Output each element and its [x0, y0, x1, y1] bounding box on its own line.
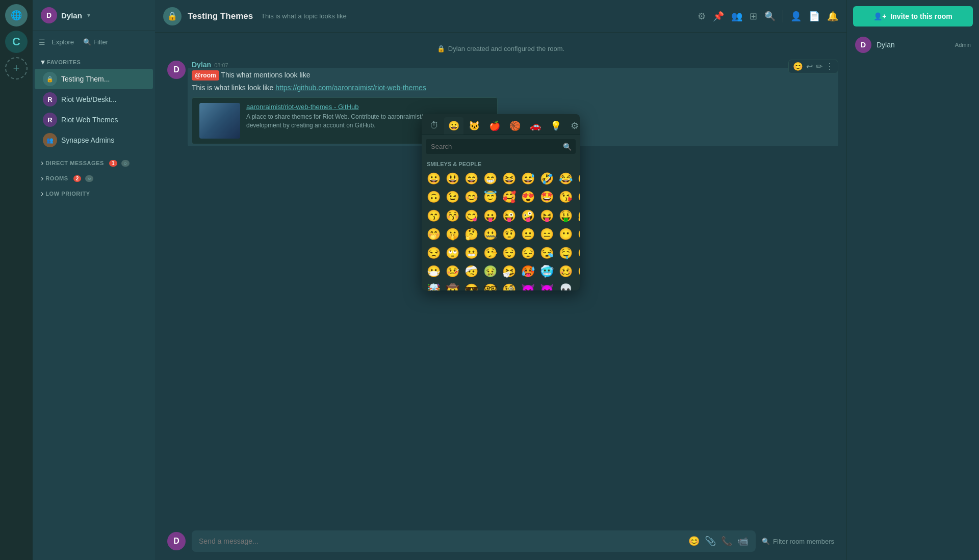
emoji-reaction-icon[interactable]: 😊 [793, 62, 803, 71]
emoji-😴[interactable]: 😴 [576, 245, 580, 262]
emoji-🤔[interactable]: 🤔 [462, 226, 480, 243]
emoji-🙂[interactable]: 🙂 [576, 170, 580, 188]
emoji-😅[interactable]: 😅 [519, 170, 537, 188]
emoji-😑[interactable]: 😑 [538, 226, 556, 243]
emoji-tab-smileys[interactable]: 😀 [444, 117, 463, 135]
emoji-💀[interactable]: 💀 [557, 281, 575, 290]
server-icon-c[interactable]: C [5, 31, 28, 53]
emoji-☠[interactable]: ☠ [576, 281, 580, 290]
emoji-😄[interactable]: 😄 [462, 170, 480, 188]
message-input[interactable] [199, 537, 683, 545]
video-icon[interactable]: 📹 [737, 536, 749, 547]
emoji-😊[interactable]: 😊 [462, 189, 480, 206]
more-icon[interactable]: ⋮ [826, 62, 834, 71]
search-icon[interactable]: 🔍 [764, 11, 776, 22]
rooms-section-header[interactable]: › ROOMS 2 ○ [33, 170, 155, 185]
emoji-tab-food[interactable]: 🍎 [485, 117, 504, 135]
emoji-🤒[interactable]: 🤒 [444, 263, 461, 280]
emoji-😪[interactable]: 😪 [538, 245, 556, 262]
emoji-🤭[interactable]: 🤭 [425, 226, 443, 243]
emoji-tab-travel[interactable]: 🚗 [526, 117, 545, 135]
notification-icon[interactable]: 🔔 [827, 11, 838, 22]
emoji-tab-recent[interactable]: ⏱ [426, 117, 443, 135]
emoji-😂[interactable]: 😂 [557, 170, 575, 188]
low-priority-section-header[interactable]: › LOW PRIORITY [33, 185, 155, 200]
attach-icon[interactable]: 📎 [705, 536, 716, 547]
emoji-😷[interactable]: 😷 [425, 263, 443, 280]
emoji-🤓[interactable]: 🤓 [481, 281, 499, 290]
grid-icon[interactable]: ⊞ [750, 11, 757, 22]
emoji-🤥[interactable]: 🤥 [481, 245, 499, 262]
emoji-😃[interactable]: 😃 [444, 170, 461, 188]
emoji-🤯[interactable]: 🤯 [425, 281, 443, 290]
emoji-tab-symbols[interactable]: ⚙ [566, 117, 580, 135]
reply-icon[interactable]: ↩ [806, 62, 813, 71]
direct-messages-section-header[interactable]: › DIRECT MESSAGES 1 ○ [33, 154, 155, 170]
emoji-😌[interactable]: 😌 [500, 245, 518, 262]
room-item-synapse-admins[interactable]: 👥 Synapse Admins [35, 130, 153, 150]
emoji-🤕[interactable]: 🤕 [462, 263, 480, 280]
room-item-riot-web-themes[interactable]: R Riot Web Themes [35, 110, 153, 130]
add-server-button[interactable]: + [5, 57, 28, 79]
emoji-tab-objects[interactable]: 💡 [546, 117, 565, 135]
emoji-😶[interactable]: 😶 [557, 226, 575, 243]
members-icon[interactable]: 👥 [731, 11, 742, 22]
explore-button[interactable]: Explore [48, 36, 77, 48]
emoji-😏[interactable]: 😏 [576, 226, 580, 243]
emoji-😜[interactable]: 😜 [500, 207, 518, 225]
emoji-🤪[interactable]: 🤪 [519, 207, 537, 225]
emoji-😎[interactable]: 😎 [462, 281, 480, 290]
emoji-😋[interactable]: 😋 [462, 207, 480, 225]
emoji-😙[interactable]: 😙 [425, 207, 443, 225]
emoji-🤑[interactable]: 🤑 [557, 207, 575, 225]
emoji-🧐[interactable]: 🧐 [500, 281, 518, 290]
room-item-riot-desktop[interactable]: R Riot Web/Deskt... [35, 89, 153, 110]
emoji-🤩[interactable]: 🤩 [538, 189, 556, 206]
emoji-😛[interactable]: 😛 [481, 207, 499, 225]
emoji-😬[interactable]: 😬 [462, 245, 480, 262]
emoji-👿[interactable]: 👿 [538, 281, 556, 290]
emoji-🙄[interactable]: 🙄 [444, 245, 461, 262]
emoji-🤠[interactable]: 🤠 [444, 281, 461, 290]
call-icon[interactable]: 📞 [721, 536, 732, 547]
favorites-section-header[interactable]: ▾ FAVORITES [33, 53, 155, 69]
user-menu-chevron[interactable]: ▾ [87, 12, 90, 19]
emoji-😈[interactable]: 😈 [519, 281, 537, 290]
room-item-testing-themes[interactable]: 🔒 Testing Them... [35, 69, 153, 89]
emoji-tab-animals[interactable]: 🐱 [465, 117, 484, 135]
link-preview-title[interactable]: aaronraimist/riot-web-themes - GitHub [246, 103, 490, 111]
emoji-😐[interactable]: 😐 [519, 226, 537, 243]
settings-icon[interactable]: ⚙ [698, 11, 706, 22]
emoji-😉[interactable]: 😉 [444, 189, 461, 206]
emoji-😒[interactable]: 😒 [425, 245, 443, 262]
emoji-tab-activities[interactable]: 🏀 [505, 117, 525, 135]
emoji-🤣[interactable]: 🤣 [538, 170, 556, 188]
emoji-🥴[interactable]: 🥴 [557, 263, 575, 280]
emoji-🥰[interactable]: 🥰 [500, 189, 518, 206]
emoji-😚[interactable]: 😚 [444, 207, 461, 225]
filter-room-members[interactable]: 🔍 Filter room members [762, 538, 834, 545]
emoji-😗[interactable]: 😗 [576, 189, 580, 206]
pin-icon[interactable]: 📌 [713, 11, 724, 22]
emoji-😝[interactable]: 😝 [538, 207, 556, 225]
emoji-🤫[interactable]: 🤫 [444, 226, 461, 243]
emoji-😇[interactable]: 😇 [481, 189, 499, 206]
emoji-🤨[interactable]: 🤨 [500, 226, 518, 243]
emoji-😵[interactable]: 😵 [576, 263, 580, 280]
emoji-🤧[interactable]: 🤧 [500, 263, 518, 280]
emoji-🤐[interactable]: 🤐 [481, 226, 499, 243]
emoji-😁[interactable]: 😁 [481, 170, 499, 188]
filter-button[interactable]: 🔍 Filter [80, 36, 111, 48]
emoji-input-icon[interactable]: 😊 [688, 536, 700, 547]
document-icon[interactable]: 📄 [809, 11, 820, 22]
emoji-🤗[interactable]: 🤗 [576, 207, 580, 225]
emoji-search-input[interactable] [426, 139, 576, 154]
emoji-🤤[interactable]: 🤤 [557, 245, 575, 262]
emoji-😆[interactable]: 😆 [500, 170, 518, 188]
invite-button[interactable]: 👤+ Invite to this room [853, 6, 973, 26]
user-icon[interactable]: 👤 [790, 11, 802, 22]
emoji-🥵[interactable]: 🥵 [519, 263, 537, 280]
github-link[interactable]: https://github.com/aaronraimist/riot-web… [275, 84, 426, 92]
server-icon-home[interactable]: 🌐 [5, 4, 28, 26]
emoji-🙃[interactable]: 🙃 [425, 189, 443, 206]
